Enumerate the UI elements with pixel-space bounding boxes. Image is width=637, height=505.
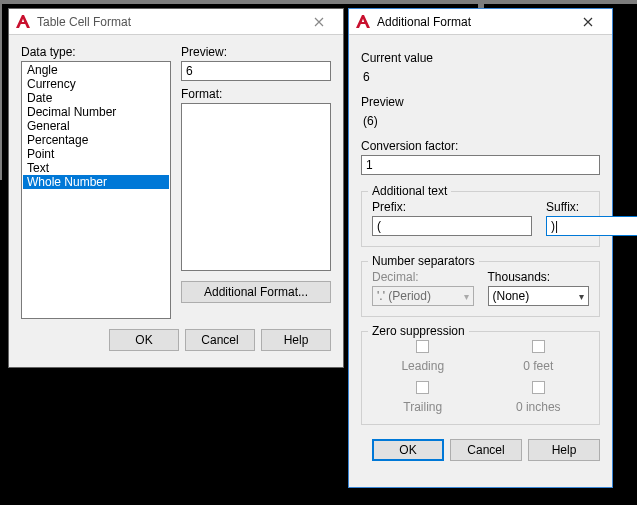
trailing-label: Trailing [403, 400, 442, 414]
leading-label: Leading [401, 359, 444, 373]
close-icon [583, 17, 593, 27]
decimal-select: '.' (Period) ▾ [372, 286, 474, 306]
ok-button[interactable]: OK [109, 329, 179, 351]
leading-checkbox: Leading [372, 340, 474, 373]
decimal-value: '.' (Period) [377, 289, 431, 303]
suffix-input[interactable] [546, 216, 637, 236]
checkbox-icon [416, 340, 429, 353]
thousands-select[interactable]: (None) ▾ [488, 286, 590, 306]
conversion-factor-label: Conversion factor: [361, 139, 600, 153]
ok-button[interactable]: OK [372, 439, 444, 461]
data-type-item[interactable]: Angle [23, 63, 169, 77]
preview-box: 6 [181, 61, 331, 81]
help-button[interactable]: Help [261, 329, 331, 351]
cancel-button[interactable]: Cancel [185, 329, 255, 351]
data-type-item[interactable]: Percentage [23, 133, 169, 147]
help-button[interactable]: Help [528, 439, 600, 461]
data-type-label: Data type: [21, 45, 171, 59]
number-separators-group-title: Number separators [368, 254, 479, 268]
conversion-factor-input[interactable] [361, 155, 600, 175]
autocad-icon [15, 14, 31, 30]
preview-value: (6) [361, 111, 600, 131]
cancel-button[interactable]: Cancel [450, 439, 522, 461]
dialog-title: Additional Format [377, 15, 570, 29]
additional-format-dialog: Additional Format Current value 6 Previe… [348, 8, 613, 488]
inches-label: 0 inches [516, 400, 561, 414]
data-type-item[interactable]: Whole Number [23, 175, 169, 189]
feet-checkbox: 0 feet [488, 340, 590, 373]
data-type-listbox[interactable]: AngleCurrencyDateDecimal NumberGeneralPe… [21, 61, 171, 319]
close-button[interactable] [301, 11, 337, 33]
feet-label: 0 feet [523, 359, 553, 373]
trailing-checkbox: Trailing [372, 381, 474, 414]
prefix-input[interactable] [372, 216, 532, 236]
thousands-label: Thousands: [488, 270, 590, 284]
decimal-label: Decimal: [372, 270, 474, 284]
additional-text-group-title: Additional text [368, 184, 451, 198]
chevron-down-icon: ▾ [464, 291, 469, 302]
data-type-item[interactable]: Currency [23, 77, 169, 91]
titlebar[interactable]: Table Cell Format [9, 9, 343, 35]
current-value: 6 [361, 67, 600, 87]
data-type-item[interactable]: Decimal Number [23, 105, 169, 119]
preview-label: Preview [361, 95, 600, 109]
checkbox-icon [532, 340, 545, 353]
checkbox-icon [532, 381, 545, 394]
preview-label: Preview: [181, 45, 331, 59]
prefix-label: Prefix: [372, 200, 532, 214]
format-listbox[interactable] [181, 103, 331, 271]
format-label: Format: [181, 87, 331, 101]
preview-value: 6 [186, 64, 193, 78]
inches-checkbox: 0 inches [488, 381, 590, 414]
data-type-item[interactable]: Point [23, 147, 169, 161]
titlebar[interactable]: Additional Format [349, 9, 612, 35]
current-value-label: Current value [361, 51, 600, 65]
zero-suppression-group-title: Zero suppression [368, 324, 469, 338]
autocad-icon [355, 14, 371, 30]
data-type-item[interactable]: Text [23, 161, 169, 175]
chevron-down-icon: ▾ [579, 291, 584, 302]
thousands-value: (None) [493, 289, 530, 303]
close-button[interactable] [570, 11, 606, 33]
dialog-title: Table Cell Format [37, 15, 301, 29]
data-type-item[interactable]: Date [23, 91, 169, 105]
additional-format-button[interactable]: Additional Format... [181, 281, 331, 303]
close-icon [314, 17, 324, 27]
suffix-label: Suffix: [546, 200, 637, 214]
data-type-item[interactable]: General [23, 119, 169, 133]
checkbox-icon [416, 381, 429, 394]
table-cell-format-dialog: Table Cell Format Data type: AngleCurren… [8, 8, 344, 368]
